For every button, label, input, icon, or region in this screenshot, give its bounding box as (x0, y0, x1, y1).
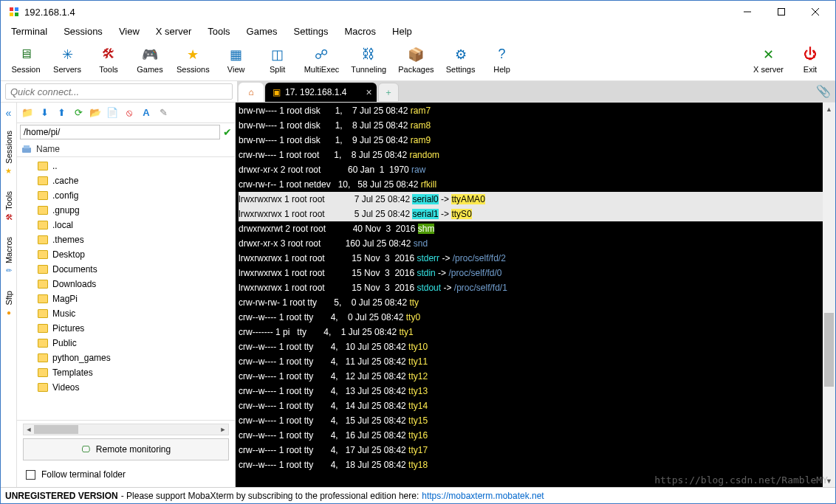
sftp-path-input[interactable] (20, 125, 220, 139)
menu-games[interactable]: Games (239, 24, 285, 38)
terminal-line: brw-rw---- 1 root disk 1, 7 Jul 25 08:42… (239, 103, 823, 118)
terminal-line: crw-rw-rw- 1 root tty 5, 0 Jul 25 08:42 … (239, 295, 823, 310)
upload-icon[interactable]: ⬆ (54, 106, 69, 120)
tab-session-active[interactable]: ▣ 17. 192.168.1.4 × (265, 83, 377, 102)
menu-help[interactable]: Help (385, 24, 419, 38)
packages-button[interactable]: 📦Packages (394, 41, 438, 79)
menu-terminal[interactable]: Terminal (4, 24, 55, 38)
download-icon[interactable]: ⬇ (37, 106, 52, 120)
menu-tools[interactable]: Tools (200, 24, 237, 38)
terminal-output[interactable]: brw-rw---- 1 root disk 1, 7 Jul 25 08:42… (236, 103, 823, 487)
multiexec-button[interactable]: ☍MultiExec (300, 41, 344, 79)
file-list-header[interactable]: Name (17, 141, 235, 157)
scroll-thumb[interactable] (34, 425, 78, 434)
refresh-icon[interactable]: ⟳ (71, 106, 86, 120)
file-item[interactable]: .themes (17, 232, 235, 247)
tunneling-button[interactable]: ⛓Tunneling (346, 41, 391, 79)
file-item[interactable]: .gnupg (17, 203, 235, 218)
file-item[interactable]: python_games (17, 351, 235, 365)
folder-icon (38, 368, 48, 377)
vtab-sessions[interactable]: ★Sessions (3, 123, 15, 182)
menu-settings[interactable]: Settings (287, 24, 336, 38)
collapse-chevron-icon[interactable]: « (6, 107, 12, 119)
follow-label: Follow terminal folder (41, 469, 126, 480)
file-item[interactable]: Documents (17, 262, 235, 277)
settings-button[interactable]: ⚙Settings (442, 41, 480, 79)
tab-close-icon[interactable]: × (366, 86, 371, 98)
exit-button[interactable]: ⏻Exit (791, 41, 829, 79)
file-item[interactable]: Videos (17, 380, 235, 395)
paperclip-icon[interactable]: 📎 (816, 84, 831, 98)
monitor-icon: 🖵 (81, 444, 90, 455)
rename-icon[interactable]: A (139, 106, 154, 120)
delete-icon[interactable]: ⦸ (122, 106, 137, 120)
tab-new[interactable]: ＋ (378, 83, 399, 102)
file-name: .gnupg (52, 205, 80, 215)
file-tree[interactable]: ...cache.config.gnupg.local.themesDeskto… (17, 157, 235, 420)
maximize-button[interactable] (764, 1, 798, 23)
file-item[interactable]: Public (17, 336, 235, 351)
quick-connect-input[interactable] (5, 83, 233, 100)
scroll-thumb-v[interactable] (824, 313, 834, 387)
horizontal-scrollbar[interactable]: ◄ ► (23, 424, 229, 435)
scroll-down-icon[interactable]: ▼ (823, 474, 835, 487)
menu-view[interactable]: View (112, 24, 147, 38)
menu-macros[interactable]: Macros (337, 24, 383, 38)
svg-rect-3 (15, 13, 18, 16)
tools-button[interactable]: 🛠Tools (89, 41, 128, 79)
file-item[interactable]: Templates (17, 365, 235, 380)
session-button[interactable]: 🖥Session (7, 41, 45, 79)
subscribe-link[interactable]: https://mobaxterm.mobatek.net (422, 491, 544, 501)
terminal-line: crw--w---- 1 root tty 4, 16 Jul 25 08:42… (239, 428, 823, 443)
session-button-label: Session (11, 65, 40, 74)
minimize-button[interactable] (730, 1, 764, 23)
terminal-line: crw--w---- 1 root tty 4, 15 Jul 25 08:42… (239, 413, 823, 428)
xserver-button[interactable]: ✕X server (749, 41, 788, 79)
new-folder-icon[interactable]: 📂 (88, 106, 103, 120)
split-button[interactable]: ◫Split (258, 41, 297, 79)
games-button[interactable]: 🎮Games (131, 41, 169, 79)
terminal-line: brw-rw---- 1 root disk 1, 8 Jul 25 08:42… (239, 118, 823, 133)
edit-icon[interactable]: ✎ (156, 106, 171, 120)
new-file-icon[interactable]: 📄 (105, 106, 120, 120)
tab-home[interactable]: ⌂ (239, 83, 264, 102)
follow-checkbox[interactable] (26, 470, 35, 480)
file-item[interactable]: Desktop (17, 247, 235, 262)
terminal-line: crw--w---- 1 root tty 4, 14 Jul 25 08:42… (239, 398, 823, 413)
sessions-button[interactable]: ★Sessions (172, 41, 214, 79)
home-icon: ⌂ (248, 87, 253, 97)
sessions-button-label: Sessions (177, 65, 210, 74)
file-item[interactable]: .config (17, 188, 235, 203)
terminal-scrollbar[interactable]: ▲ ▼ (823, 103, 835, 487)
follow-terminal-row[interactable]: Follow terminal folder (23, 463, 229, 487)
close-button[interactable] (798, 1, 832, 23)
file-item[interactable]: Pictures (17, 321, 235, 336)
remote-monitoring-button[interactable]: 🖵 Remote monitoring (23, 438, 229, 460)
svg-rect-9 (24, 145, 30, 148)
packages-button-icon: 📦 (407, 46, 425, 63)
plus-icon: ＋ (384, 86, 393, 99)
file-item[interactable]: .local (17, 218, 235, 232)
view-button[interactable]: ▦View (217, 41, 256, 79)
vtab-tools[interactable]: 🛠Tools (3, 184, 15, 229)
scroll-up-icon[interactable]: ▲ (823, 103, 835, 115)
help-button[interactable]: ?Help (483, 41, 521, 79)
scroll-right-icon[interactable]: ► (218, 424, 228, 435)
packages-button-label: Packages (398, 65, 434, 74)
file-item[interactable]: Downloads (17, 277, 235, 291)
svg-rect-2 (10, 13, 13, 16)
servers-button[interactable]: ✳Servers (48, 41, 86, 79)
file-name: .. (52, 161, 58, 171)
file-item[interactable]: .. (17, 159, 235, 173)
vtab-sftp[interactable]: ●Sftp (3, 283, 15, 324)
menu-x-server[interactable]: X server (148, 24, 199, 38)
vtab-macros[interactable]: ✏Macros (3, 229, 15, 282)
folder-up-icon[interactable]: 📁 (20, 106, 35, 120)
scroll-left-icon[interactable]: ◄ (24, 424, 34, 435)
menu-sessions[interactable]: Sessions (56, 24, 110, 38)
file-item[interactable]: MagPi (17, 291, 235, 306)
file-item[interactable]: .cache (17, 173, 235, 188)
sessions-icon: ★ (5, 167, 12, 175)
file-item[interactable]: Music (17, 306, 235, 321)
scroll-track[interactable] (823, 115, 835, 474)
